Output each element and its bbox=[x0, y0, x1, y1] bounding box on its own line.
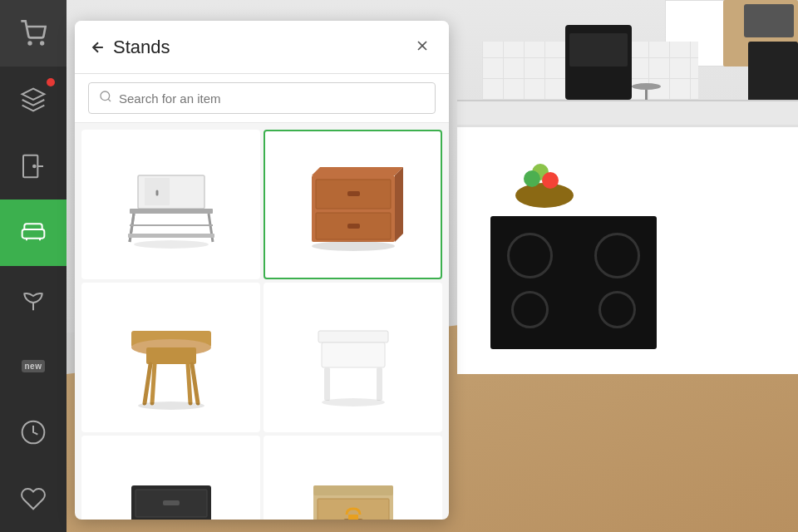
sidebar-item-3d[interactable] bbox=[0, 66, 66, 133]
svg-rect-30 bbox=[146, 347, 196, 364]
svg-rect-48 bbox=[313, 485, 393, 495]
furniture-image-2 bbox=[278, 142, 427, 267]
svg-marker-20 bbox=[395, 167, 403, 242]
svg-line-32 bbox=[192, 364, 198, 403]
items-grid bbox=[75, 123, 449, 520]
burner-3 bbox=[511, 291, 549, 328]
cooktop bbox=[490, 216, 657, 349]
search-input[interactable] bbox=[119, 91, 425, 106]
search-icon bbox=[99, 90, 112, 106]
chair-shape bbox=[748, 42, 798, 108]
grid-item-6[interactable] bbox=[264, 436, 442, 520]
coffee-machine bbox=[565, 25, 632, 100]
svg-rect-39 bbox=[377, 367, 382, 401]
counter-top bbox=[457, 100, 798, 125]
burner-1 bbox=[507, 233, 553, 278]
svg-rect-25 bbox=[347, 224, 360, 229]
sidebar-item-cart[interactable] bbox=[0, 0, 66, 66]
svg-rect-36 bbox=[318, 331, 388, 342]
svg-point-26 bbox=[312, 241, 395, 251]
furniture-image-1 bbox=[96, 142, 245, 267]
grid-item-5[interactable] bbox=[81, 436, 260, 520]
sidebar-item-new[interactable]: new bbox=[0, 332, 66, 399]
svg-marker-19 bbox=[312, 167, 403, 175]
furniture-image-5 bbox=[96, 448, 245, 520]
sidebar-item-door[interactable] bbox=[0, 133, 66, 200]
sidebar-item-plants[interactable] bbox=[0, 266, 66, 332]
svg-point-1 bbox=[41, 42, 43, 45]
burner-2 bbox=[594, 233, 640, 278]
svg-line-8 bbox=[108, 99, 111, 101]
grid-item-1[interactable] bbox=[81, 130, 260, 279]
svg-line-31 bbox=[145, 364, 150, 403]
svg-point-3 bbox=[33, 165, 36, 168]
svg-point-18 bbox=[134, 240, 209, 249]
svg-rect-51 bbox=[348, 515, 358, 520]
grid-item-4[interactable] bbox=[264, 283, 442, 432]
svg-rect-37 bbox=[322, 342, 385, 367]
svg-rect-16 bbox=[128, 234, 214, 238]
svg-point-0 bbox=[29, 42, 32, 45]
panel-close-button[interactable] bbox=[411, 34, 434, 60]
svg-point-40 bbox=[322, 398, 385, 406]
burner-4 bbox=[598, 291, 636, 328]
furniture-image-3 bbox=[96, 295, 245, 420]
svg-point-35 bbox=[138, 401, 204, 410]
svg-line-33 bbox=[152, 364, 155, 403]
svg-rect-12 bbox=[130, 209, 213, 214]
svg-rect-23 bbox=[347, 191, 360, 196]
new-label: new bbox=[22, 360, 46, 372]
svg-rect-38 bbox=[324, 367, 330, 401]
furniture-image-4 bbox=[278, 295, 427, 420]
sidebar-item-furniture[interactable] bbox=[0, 200, 66, 266]
panel-back-button[interactable] bbox=[90, 39, 106, 56]
grid-item-3[interactable] bbox=[81, 283, 260, 432]
furniture-image-6 bbox=[278, 448, 427, 520]
svg-rect-43 bbox=[163, 500, 180, 505]
grid-item-2[interactable] bbox=[264, 130, 442, 279]
panel-title: Stands bbox=[113, 37, 411, 58]
notification-badge bbox=[47, 78, 55, 86]
svg-line-34 bbox=[188, 364, 190, 403]
sidebar-item-favorites[interactable] bbox=[0, 466, 66, 532]
search-section bbox=[75, 74, 449, 123]
sidebar: new bbox=[0, 0, 66, 532]
svg-point-7 bbox=[101, 91, 110, 101]
fruit-bowl bbox=[515, 183, 574, 208]
panel-header: Stands bbox=[75, 21, 449, 74]
sidebar-item-history[interactable] bbox=[0, 399, 66, 466]
laptop-shape bbox=[744, 4, 794, 37]
item-panel: Stands bbox=[75, 21, 449, 520]
search-box[interactable] bbox=[88, 82, 436, 114]
